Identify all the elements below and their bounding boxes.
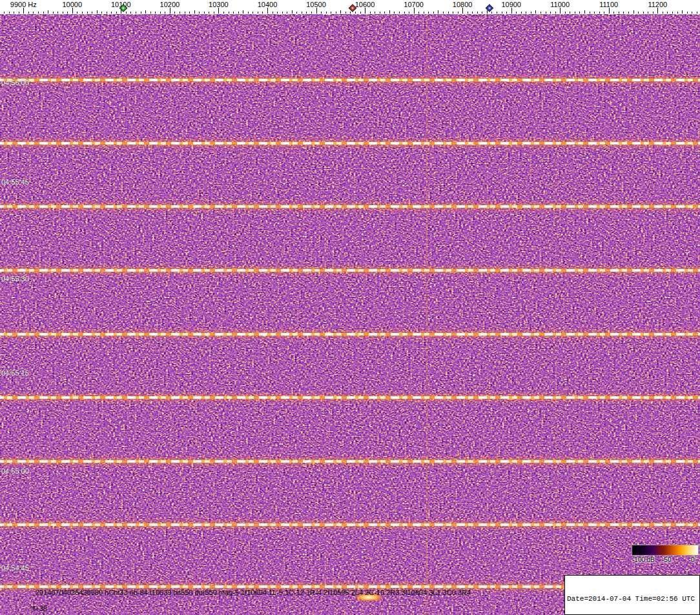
freq-tick xyxy=(521,12,522,14)
freq-tick xyxy=(97,10,98,14)
freq-tick xyxy=(165,12,165,14)
radar-sweep-line xyxy=(0,199,700,214)
freq-tick xyxy=(185,12,185,14)
freq-tick xyxy=(14,12,14,14)
freq-tick xyxy=(355,12,356,14)
freq-tick xyxy=(375,12,375,14)
freq-tick xyxy=(43,12,44,14)
freq-tick xyxy=(380,12,380,14)
freq-tick xyxy=(399,12,400,14)
freq-tick xyxy=(19,12,19,14)
freq-tick xyxy=(448,12,449,14)
info-box: Date=2014-07-04 Time=02:56 UTC Freq=143 … xyxy=(564,575,700,615)
freq-tick xyxy=(209,12,209,14)
freq-tick xyxy=(516,12,517,14)
freq-tick xyxy=(277,12,278,14)
freq-tick xyxy=(155,12,156,14)
freq-tick xyxy=(38,12,39,14)
freq-tick xyxy=(623,12,624,14)
freq-tick xyxy=(628,12,629,14)
freq-tick xyxy=(570,12,570,14)
freq-tick xyxy=(267,8,268,14)
freq-tick xyxy=(136,12,136,14)
freq-tick xyxy=(111,12,112,14)
freq-tick xyxy=(4,12,5,14)
freq-tick xyxy=(648,12,648,14)
freq-tick xyxy=(579,12,580,14)
freq-tick xyxy=(67,12,68,14)
freq-label: 10900 xyxy=(501,1,521,8)
freq-tick xyxy=(101,12,102,14)
freq-tick xyxy=(643,12,644,14)
freq-tick xyxy=(336,12,336,14)
freq-tick xyxy=(657,8,658,14)
freq-label: 10400 xyxy=(258,1,278,8)
freq-tick xyxy=(53,12,54,14)
freq-tick xyxy=(604,12,604,14)
info-line-date: Date=2014-07-04 Time=02:56 UTC xyxy=(567,594,697,603)
freq-tick xyxy=(87,12,88,14)
spectrogram-area[interactable]: 20140704025438580 hCnt33 nb-84 f10639 hi… xyxy=(0,14,700,615)
freq-tick xyxy=(130,12,131,14)
freq-tick xyxy=(497,12,497,14)
freq-tick xyxy=(672,12,673,14)
freq-tick xyxy=(311,12,312,14)
spectrogram-window: 9900 Hz100001010010200103001040010500106… xyxy=(0,0,700,615)
freq-tick xyxy=(394,12,395,14)
freq-tick xyxy=(619,12,619,14)
freq-label: 10300 xyxy=(209,1,229,8)
freq-tick xyxy=(458,12,458,14)
freq-tick xyxy=(550,12,551,14)
freq-tick xyxy=(92,12,92,14)
freq-tick xyxy=(477,12,478,14)
freq-tick xyxy=(302,12,302,14)
freq-tick xyxy=(438,10,438,14)
freq-tick xyxy=(189,12,190,14)
freq-tick xyxy=(262,12,263,14)
freq-tick xyxy=(370,12,371,14)
freq-tick xyxy=(223,12,224,14)
time-label: 04:55:30 xyxy=(1,275,29,283)
freq-tick xyxy=(590,12,590,14)
freq-label: 11000 xyxy=(550,1,570,8)
time-label: 04:55:45 xyxy=(1,178,29,186)
time-label: 04:55:15 xyxy=(1,369,29,377)
freq-tick xyxy=(150,12,151,14)
freq-tick xyxy=(365,8,365,14)
freq-tick xyxy=(160,12,161,14)
freq-tick xyxy=(180,12,180,14)
freq-tick xyxy=(560,8,561,14)
freq-tick xyxy=(360,12,361,14)
freq-tick xyxy=(546,12,546,14)
legend-labels: -100 dB -50 0 xyxy=(632,556,699,565)
freq-tick xyxy=(252,12,253,14)
freq-tick xyxy=(9,12,10,14)
freq-tick xyxy=(199,12,200,14)
freq-tick xyxy=(33,12,34,14)
freq-tick xyxy=(23,8,24,14)
freq-tick xyxy=(292,10,293,14)
freq-label: 10000 xyxy=(63,1,83,8)
freq-tick xyxy=(258,12,258,14)
freq-tick xyxy=(145,10,146,14)
freq-tick xyxy=(472,12,473,14)
freq-tick xyxy=(555,12,556,14)
freq-tick xyxy=(248,12,249,14)
freq-tick xyxy=(565,12,566,14)
legend-label-min: -100 dB xyxy=(632,556,655,563)
freq-tick xyxy=(82,12,83,14)
freq-tick xyxy=(218,8,219,14)
freq-tick xyxy=(282,12,283,14)
freq-tick xyxy=(424,12,424,14)
freq-tick xyxy=(697,12,697,14)
frame-counter-text: ^t+38 xyxy=(30,605,47,612)
freq-tick xyxy=(692,12,692,14)
freq-tick xyxy=(238,12,239,14)
freq-tick xyxy=(594,12,595,14)
frequency-ruler[interactable]: 9900 Hz100001010010200103001040010500106… xyxy=(0,0,700,14)
freq-label: 9900 Hz xyxy=(10,1,37,8)
freq-tick xyxy=(194,10,195,14)
freq-tick xyxy=(273,12,273,14)
radar-sweep-line xyxy=(0,73,700,87)
legend-gradient-bar xyxy=(632,545,699,556)
